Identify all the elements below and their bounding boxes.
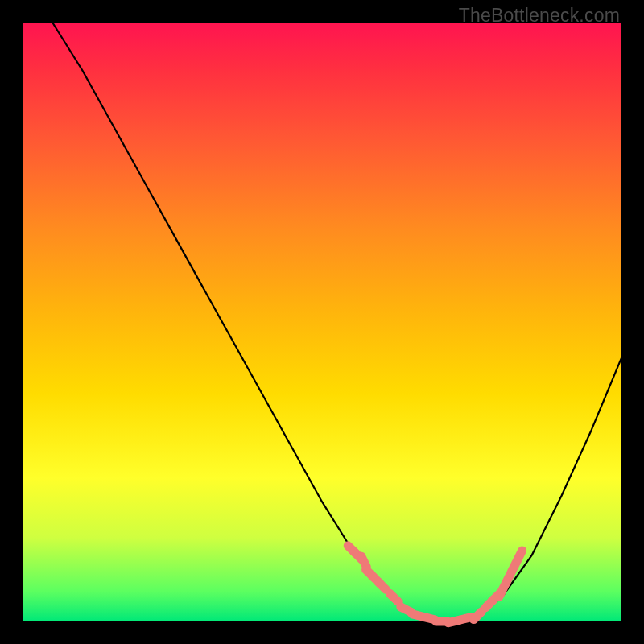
svg-line-6	[390, 593, 398, 601]
svg-line-19	[517, 551, 522, 561]
watermark-text: TheBottleneck.com	[459, 5, 620, 27]
chart-frame: TheBottleneck.com	[0, 0, 644, 644]
highlight-segments	[348, 546, 522, 623]
svg-line-5	[378, 581, 386, 589]
bottleneck-curve	[52, 23, 621, 621]
svg-line-2	[361, 556, 366, 567]
chart-svg	[23, 23, 621, 621]
svg-line-13	[473, 612, 481, 620]
